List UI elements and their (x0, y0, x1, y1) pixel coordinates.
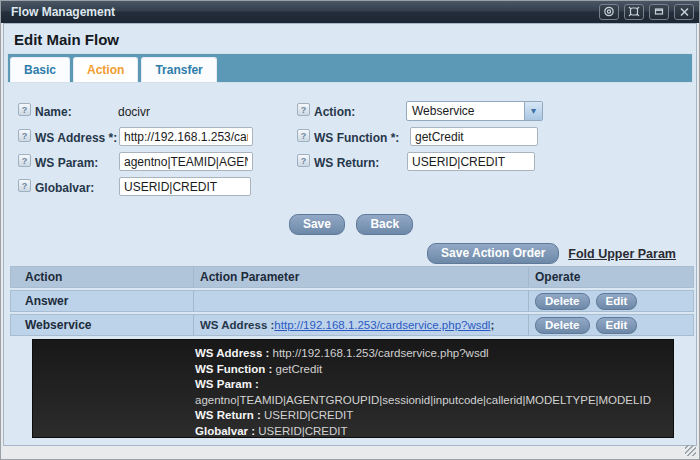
operate-cell: Delete Edit (528, 315, 693, 335)
tab-action[interactable]: Action (73, 57, 138, 82)
tab-bar: Basic Action Transfer (7, 53, 693, 83)
help-icon[interactable]: ? (297, 103, 310, 116)
column-header-action: Action (11, 267, 193, 287)
back-button[interactable]: Back (356, 214, 413, 235)
titlebar: Flow Management (1, 1, 699, 23)
detail-label: Globalvar : (195, 425, 258, 437)
detail-line: agentno|TEAMID|AGENTGROUPID|sessionid|in… (195, 393, 663, 409)
action-cell: Webservice (11, 315, 193, 335)
name-label: Name: (35, 105, 72, 119)
detail-line: WS Address : http://192.168.1.253/cardse… (195, 346, 663, 362)
detail-label: WS Param : (195, 378, 259, 390)
fullscreen-button[interactable] (624, 4, 644, 20)
tab-basic-label: Basic (24, 63, 56, 77)
delete-button[interactable]: Delete (535, 293, 590, 310)
detail-value: USERID|CREDIT (258, 425, 347, 437)
operate-cell: Delete Edit (528, 291, 693, 311)
tab-action-label: Action (87, 63, 124, 77)
fullscreen-icon (628, 5, 640, 20)
action-select[interactable]: Webservice ▾ (406, 101, 543, 121)
detail-value: http://192.168.1.253/cardservice.php?wsd… (273, 347, 489, 359)
ws-return-input[interactable] (407, 152, 535, 171)
fold-upper-param-link[interactable]: Fold Upper Param (568, 247, 676, 261)
table-row-webservice: Webservice WS Address : http://192.168.1… (10, 314, 694, 336)
edit-button[interactable]: Edit (596, 317, 638, 334)
globalvar-input[interactable] (119, 177, 251, 196)
help-icon[interactable]: ? (18, 179, 31, 192)
tab-transfer[interactable]: Transfer (141, 57, 216, 82)
edit-button[interactable]: Edit (596, 293, 638, 310)
action-detail-panel: WS Address : http://192.168.1.253/cardse… (32, 339, 674, 438)
close-icon (679, 5, 690, 20)
minimize-icon (653, 5, 665, 20)
action-label: Action: (314, 105, 355, 119)
tab-basic[interactable]: Basic (10, 57, 70, 82)
action-parameter-cell: WS Address : http://192.168.1.253/cardse… (193, 315, 528, 335)
detail-value: USERID|CREDIT (264, 409, 353, 421)
ws-function-label: WS Function *: (314, 131, 399, 145)
window-title: Flow Management (1, 5, 115, 19)
ws-return-label: WS Return: (314, 156, 379, 170)
help-icon[interactable]: ? (18, 103, 31, 116)
column-header-operate: Operate (528, 267, 693, 287)
save-button[interactable]: Save (289, 214, 345, 235)
restore-button[interactable] (599, 4, 619, 20)
action-cell: Answer (11, 291, 193, 311)
help-icon[interactable]: ? (18, 129, 31, 142)
page-title: Edit Main Flow (14, 31, 119, 48)
table-header-row: Action Action Parameter Operate (10, 266, 694, 288)
table-row-answer: Answer Delete Edit (10, 290, 694, 312)
order-controls: Save Action Order Fold Upper Param (427, 243, 676, 264)
tab-transfer-label: Transfer (155, 63, 202, 77)
help-icon[interactable]: ? (297, 129, 310, 142)
column-header-action-parameter: Action Parameter (193, 267, 528, 287)
form-buttons: Save Back (4, 214, 698, 235)
delete-button[interactable]: Delete (535, 317, 590, 334)
ws-address-param-suffix: ; (490, 319, 494, 331)
content-panel: Edit Main Flow Basic Action Transfer ? N… (3, 23, 697, 446)
detail-line: WS Function : getCredit (195, 362, 663, 378)
minimize-button[interactable] (649, 4, 669, 20)
help-icon[interactable]: ? (297, 154, 310, 167)
ws-function-input[interactable] (410, 127, 538, 146)
action-parameter-cell (193, 291, 528, 311)
action-select-value: Webservice (407, 104, 524, 118)
help-icon[interactable]: ? (18, 154, 31, 167)
detail-line: Globalvar : USERID|CREDIT (195, 424, 663, 439)
ws-address-input[interactable] (119, 127, 253, 146)
detail-label: WS Function : (195, 363, 275, 375)
detail-line: WS Param : (195, 377, 663, 393)
detail-line: WS Return : USERID|CREDIT (195, 408, 663, 424)
ws-param-input[interactable] (119, 152, 253, 171)
resize-grip[interactable] (685, 445, 696, 456)
ws-address-link[interactable]: http://192.168.1.253/cardservice.php?wsd… (274, 319, 490, 331)
save-action-order-button[interactable]: Save Action Order (427, 243, 559, 264)
detail-value: agentno|TEAMID|AGENTGROUPID|sessionid|in… (195, 394, 651, 406)
detail-value: getCredit (275, 363, 322, 375)
restore-icon (603, 5, 615, 20)
chevron-down-icon: ▾ (524, 102, 542, 120)
ws-address-label: WS Address *: (35, 131, 117, 145)
actions-table: Action Action Parameter Operate Answer D… (10, 266, 694, 338)
detail-label: WS Return : (195, 409, 264, 421)
name-value: docivr (118, 105, 150, 119)
detail-label: WS Address : (195, 347, 273, 359)
close-button[interactable] (674, 4, 694, 20)
globalvar-label: Globalvar: (35, 181, 94, 195)
flow-management-window: Flow Management (0, 0, 700, 460)
ws-address-param-label: WS Address : (200, 319, 274, 331)
ws-param-label: WS Param: (35, 156, 98, 170)
window-controls (599, 4, 694, 20)
